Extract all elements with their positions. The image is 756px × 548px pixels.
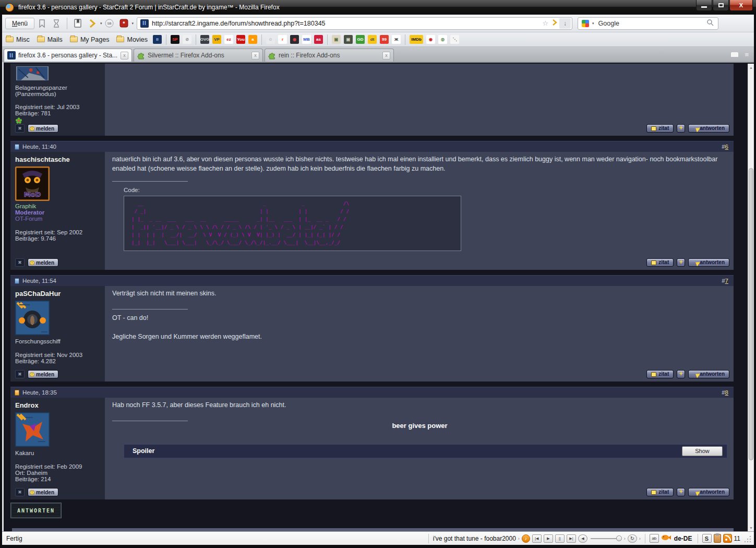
- antworten-button[interactable]: antworten: [688, 488, 729, 496]
- youtube-icon[interactable]: You: [236, 35, 245, 44]
- volume-knob[interactable]: [616, 535, 622, 541]
- imdb-icon[interactable]: IMDb: [410, 35, 423, 44]
- ovg-icon[interactable]: OVG: [200, 35, 209, 44]
- addon-red-icon[interactable]: *: [118, 18, 130, 29]
- icq-flower-icon[interactable]: [15, 117, 22, 124]
- tab-close-icon[interactable]: x: [251, 52, 259, 59]
- pause-button[interactable]: ||: [555, 534, 565, 543]
- record-red-icon[interactable]: ◉: [426, 35, 435, 44]
- spiegel-online-icon[interactable]: SP: [171, 35, 179, 44]
- forum-users-icon[interactable]: ☺: [266, 35, 275, 44]
- amazon-icon[interactable]: a: [248, 35, 257, 44]
- dropdown-caret-icon[interactable]: ▾: [132, 21, 134, 26]
- multiquote-button[interactable]: +: [677, 370, 685, 378]
- volume-slider[interactable]: [591, 538, 621, 539]
- camera-light-icon[interactable]: ▣: [332, 35, 341, 44]
- feed-gold-icon[interactable]: [553, 19, 557, 27]
- bookmark-folder-movies[interactable]: Movies: [113, 35, 151, 44]
- next-track-button[interactable]: ▶|: [567, 534, 576, 543]
- scroll-up-icon[interactable]: ▲: [748, 64, 754, 71]
- title-bar[interactable]: firefox 3.6 - personas gallery - StarCra…: [0, 0, 756, 15]
- forward-gold-icon[interactable]: [86, 18, 99, 29]
- tab-thread[interactable]: II firefox 3.6 - personas gallery - Sta.…: [4, 49, 132, 62]
- camera-dark-icon[interactable]: ▣: [344, 35, 353, 44]
- bookmark-ribbon-icon[interactable]: [35, 18, 48, 29]
- avatar[interactable]: [15, 301, 50, 335]
- tab-silvermel[interactable]: Silvermel :: Firefox Add-ons x: [134, 49, 263, 62]
- search-engine-caret-icon[interactable]: ▾: [592, 21, 594, 26]
- zitat-button[interactable]: zitat: [646, 488, 674, 496]
- expander-icon[interactable]: ›: [624, 536, 626, 541]
- spoiler-show-button[interactable]: Show: [682, 446, 723, 456]
- expander-icon[interactable]: ›: [518, 536, 520, 541]
- vp-icon[interactable]: VP: [212, 35, 221, 44]
- antworten-button[interactable]: antworten: [688, 370, 729, 378]
- melden-button[interactable]: !melden: [28, 258, 58, 267]
- tab-group-icon[interactable]: [731, 52, 738, 57]
- buddy-icon[interactable]: ✖: [15, 124, 25, 133]
- post-number[interactable]: #6: [722, 144, 728, 150]
- multiquote-button[interactable]: +: [677, 258, 685, 267]
- scroll-down-icon[interactable]: ▼: [748, 524, 754, 531]
- rss-icon[interactable]: [723, 534, 732, 543]
- s-badge-icon[interactable]: S: [702, 534, 712, 543]
- avatar[interactable]: [15, 412, 50, 447]
- bookmark-star-icon[interactable]: ☆: [542, 19, 548, 27]
- avatar[interactable]: MoD: [15, 166, 50, 201]
- url-bar[interactable]: II http://starcraft2.ingame.de/forum/sho…: [137, 17, 572, 30]
- repeat-icon[interactable]: ↻: [628, 534, 637, 543]
- search-input-value[interactable]: Google: [598, 20, 619, 27]
- 99-icon[interactable]: 99: [380, 35, 389, 44]
- antworten-button[interactable]: antworten: [688, 124, 729, 133]
- tab-close-icon[interactable]: x: [121, 52, 128, 59]
- musicbrainz-icon[interactable]: MB: [302, 35, 311, 44]
- username[interactable]: paSChaDaHur: [15, 290, 101, 297]
- resize-grip[interactable]: [745, 535, 752, 542]
- expander-icon[interactable]: ›: [639, 536, 641, 541]
- avatar[interactable]: [15, 66, 50, 80]
- play-button[interactable]: ▶: [544, 534, 553, 543]
- buddy-icon[interactable]: ✖: [15, 370, 25, 378]
- go-down-button[interactable]: ↓: [559, 18, 571, 29]
- tab-close-icon[interactable]: x: [382, 52, 390, 59]
- close-button[interactable]: X: [729, 0, 753, 11]
- reddit-icon[interactable]: r: [278, 35, 287, 44]
- bookmark-folder-mails[interactable]: Mails: [33, 35, 66, 44]
- restore-button[interactable]: [713, 0, 729, 11]
- zitat-button[interactable]: zitat: [646, 258, 674, 267]
- vertical-scrollbar[interactable]: ▲ ▼: [748, 64, 754, 531]
- antworten-button[interactable]: antworten: [688, 258, 729, 267]
- locale-label[interactable]: de-DE: [674, 535, 692, 542]
- username[interactable]: Endrox: [15, 401, 101, 409]
- zitat-button[interactable]: zitat: [646, 124, 674, 133]
- search-box[interactable]: ▾ Google: [578, 17, 718, 30]
- translator-icon[interactable]: ab: [650, 534, 659, 543]
- lastfm-icon[interactable]: as: [314, 35, 323, 44]
- url-text[interactable]: http://starcraft2.ingame.de/forum/showth…: [152, 20, 540, 27]
- dropdown-caret-icon[interactable]: ▾: [100, 21, 102, 26]
- multiquote-button[interactable]: +: [677, 488, 685, 496]
- scrollbar-thumb[interactable]: [749, 168, 753, 460]
- fish-icon[interactable]: [661, 534, 671, 543]
- reply-thread-button[interactable]: antworten: [10, 503, 62, 518]
- buddy-icon[interactable]: ✖: [15, 488, 25, 496]
- menu-button[interactable]: Menü: [5, 18, 34, 29]
- webcam-icon[interactable]: ◉: [290, 35, 299, 44]
- username[interactable]: haschischtasche: [15, 156, 101, 163]
- list-all-tabs-icon[interactable]: ≡: [745, 51, 749, 58]
- bat-icon[interactable]: Ж: [392, 35, 401, 44]
- buddy-icon[interactable]: ✖: [15, 258, 25, 267]
- ingame-icon[interactable]: II: [153, 35, 162, 44]
- gd-icon[interactable]: GD: [356, 35, 365, 44]
- music-note-icon[interactable]: ♪: [522, 534, 530, 543]
- clipboard-icon[interactable]: [714, 534, 721, 543]
- post-number[interactable]: #7: [722, 278, 728, 284]
- melden-button[interactable]: !melden: [28, 370, 58, 378]
- badge-icon[interactable]: SB: [103, 18, 116, 29]
- connector-icon[interactable]: ⋱: [450, 35, 459, 44]
- search-magnifier-icon[interactable]: [706, 19, 714, 28]
- eztv-icon[interactable]: ez: [224, 35, 233, 44]
- bookmark-folder-my-pages[interactable]: My Pages: [66, 35, 113, 44]
- bookmarks-sidebar-icon[interactable]: [71, 18, 84, 29]
- tab-rein[interactable]: rein :: Firefox Add-ons x: [265, 49, 394, 62]
